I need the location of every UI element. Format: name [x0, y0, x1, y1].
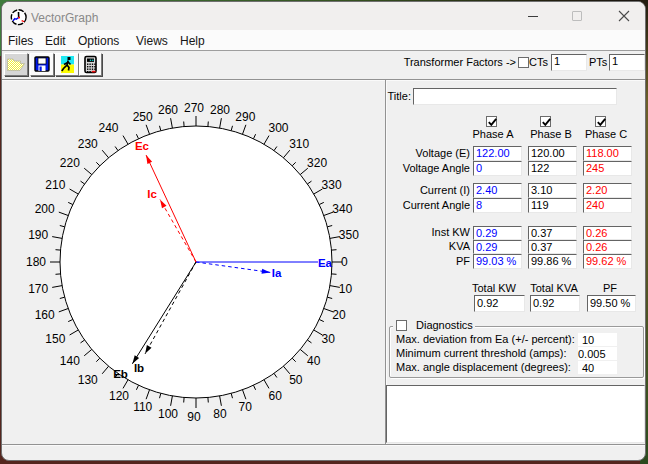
svg-text:170: 170	[28, 282, 48, 296]
svg-text:10: 10	[339, 282, 353, 296]
svg-text:60: 60	[269, 389, 283, 403]
svg-text:90: 90	[187, 410, 201, 424]
svg-text:280: 280	[210, 103, 230, 117]
svg-text:140: 140	[60, 354, 80, 368]
svg-text:100: 100	[158, 407, 178, 421]
svg-text:40: 40	[307, 354, 321, 368]
svg-text:Ib: Ib	[134, 362, 144, 374]
svg-text:20: 20	[332, 308, 346, 322]
svg-text:290: 290	[235, 110, 255, 124]
svg-text:220: 220	[60, 156, 80, 170]
svg-text:120: 120	[109, 389, 129, 403]
svg-text:110: 110	[133, 400, 152, 414]
svg-text:Ic: Ic	[147, 188, 157, 200]
svg-text:Ec: Ec	[135, 140, 150, 152]
svg-text:260: 260	[158, 103, 178, 117]
svg-text:0: 0	[341, 255, 348, 269]
svg-text:Ea: Ea	[318, 257, 333, 269]
svg-text:160: 160	[35, 308, 55, 322]
svg-text:310: 310	[289, 137, 309, 151]
svg-text:230: 230	[78, 137, 98, 151]
svg-text:320: 320	[307, 156, 327, 170]
svg-text:210: 210	[45, 178, 65, 192]
svg-text:50: 50	[289, 373, 303, 387]
svg-text:150: 150	[45, 332, 65, 346]
svg-text:200: 200	[35, 202, 55, 216]
svg-text:130: 130	[78, 373, 98, 387]
svg-text:300: 300	[269, 121, 289, 135]
svg-text:190: 190	[28, 228, 48, 242]
svg-text:250: 250	[133, 110, 153, 124]
svg-text:Eb: Eb	[113, 368, 128, 380]
svg-text:330: 330	[322, 178, 342, 192]
svg-text:80: 80	[213, 407, 227, 421]
svg-text:240: 240	[98, 121, 118, 135]
svg-text:270: 270	[184, 101, 204, 115]
svg-text:70: 70	[239, 400, 253, 414]
svg-text:180: 180	[26, 255, 46, 269]
svg-text:30: 30	[322, 332, 336, 346]
svg-text:Ia: Ia	[272, 267, 282, 279]
